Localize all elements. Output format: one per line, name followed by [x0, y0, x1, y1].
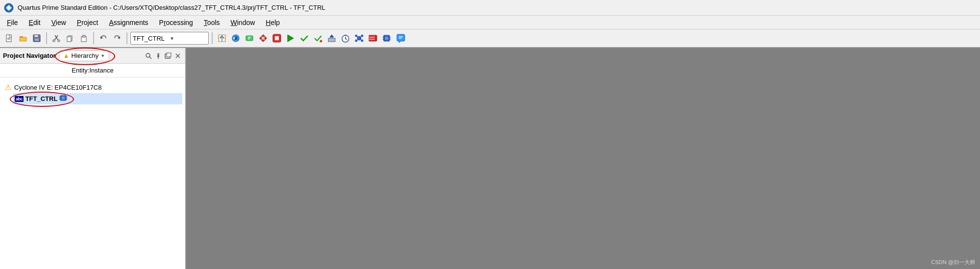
svg-point-1	[7, 6, 10, 9]
tree-content: ⚠ Cyclone IV E: EP4CE10F17C8 abc TFT_CTR…	[0, 77, 185, 269]
hierarchy-icon: ▲	[63, 52, 70, 59]
svg-rect-55	[390, 39, 391, 40]
svg-point-39	[361, 35, 363, 37]
menu-processing[interactable]: Processing	[154, 18, 198, 27]
svg-rect-7	[34, 35, 38, 37]
panel-header-icons	[144, 51, 182, 60]
menu-file[interactable]: File	[2, 18, 23, 27]
left-panel: Project Navigator ▲ Hierarchy ▼	[0, 48, 186, 269]
svg-rect-16	[82, 35, 85, 37]
menu-tools[interactable]: Tools	[199, 18, 225, 27]
svg-point-38	[355, 35, 357, 37]
tft-ctrl-wrapper: abc TFT_CTRL	[15, 95, 67, 103]
assembler-button[interactable]	[243, 32, 256, 45]
svg-rect-14	[67, 37, 71, 42]
svg-point-41	[361, 40, 363, 42]
svg-line-59	[149, 57, 151, 59]
check-button[interactable]	[298, 32, 311, 45]
svg-rect-31	[328, 38, 335, 42]
svg-rect-54	[390, 37, 391, 38]
ip-catalog-button[interactable]	[394, 32, 407, 45]
main-content: Project Navigator ▲ Hierarchy ▼	[0, 48, 980, 269]
dropdown-arrow-icon: ▼	[170, 36, 206, 41]
tft-ctrl-chip-icon	[59, 95, 67, 103]
new-file-button[interactable]	[3, 32, 16, 45]
separator-1	[46, 32, 47, 44]
menu-edit[interactable]: Edit	[24, 18, 46, 27]
menu-bar: File Edit View Project Assignments Proce…	[0, 16, 980, 29]
svg-marker-32	[330, 35, 334, 37]
analysis-synthesis-button[interactable]	[216, 32, 228, 45]
copy-button[interactable]	[64, 32, 76, 45]
svg-rect-69	[59, 97, 60, 98]
stop-button[interactable]	[270, 32, 283, 45]
save-file-button[interactable]	[30, 32, 43, 45]
svg-rect-52	[383, 37, 384, 38]
menu-project[interactable]: Project	[72, 18, 103, 27]
menu-window[interactable]: Window	[226, 18, 260, 27]
svg-rect-20	[246, 36, 253, 41]
panel-title: Project Navigator	[3, 52, 56, 59]
separator-3	[126, 32, 127, 44]
svg-point-40	[355, 40, 357, 42]
toolbar: TFT_CTRL ▼	[0, 29, 980, 48]
cut-button[interactable]	[50, 32, 63, 45]
menu-help[interactable]: Help	[261, 18, 285, 27]
project-name: TFT_CTRL	[133, 35, 170, 42]
window-title: Quartus Prime Standard Edition - C:/User…	[18, 4, 325, 11]
project-dropdown[interactable]: TFT_CTRL ▼	[130, 32, 209, 45]
redo-button[interactable]	[111, 32, 123, 45]
compile-button[interactable]	[284, 32, 297, 45]
search-icon[interactable]	[144, 51, 153, 60]
netlist-button[interactable]	[257, 32, 270, 45]
tree-item-cyclone[interactable]: ⚠ Cyclone IV E: EP4CE10F17C8	[3, 81, 182, 93]
svg-rect-68	[62, 97, 65, 99]
pin-icon[interactable]	[154, 51, 163, 60]
entity-instance-label: Entity:Instance	[72, 67, 113, 74]
timing-analyzer-button[interactable]	[339, 32, 352, 45]
cyclone-warning-icon: ⚠	[5, 83, 11, 92]
svg-point-12	[58, 40, 60, 42]
svg-rect-70	[59, 98, 60, 99]
hierarchy-label: Hierarchy	[72, 52, 99, 59]
svg-rect-36	[344, 35, 346, 36]
tft-ctrl-label: TFT_CTRL	[25, 95, 58, 102]
programmer-button[interactable]	[380, 32, 393, 45]
svg-rect-53	[383, 39, 384, 40]
svg-rect-51	[385, 37, 388, 40]
paste-button[interactable]	[77, 32, 90, 45]
abc-module-icon: abc	[15, 96, 24, 102]
svg-marker-49	[375, 35, 377, 41]
menu-view[interactable]: View	[47, 18, 71, 27]
svg-point-11	[53, 40, 55, 42]
restore-icon[interactable]	[164, 51, 172, 60]
export-button[interactable]	[325, 32, 338, 45]
title-bar: Quartus Prime Standard Edition - C:/User…	[0, 0, 980, 16]
menu-assignments[interactable]: Assignments	[104, 18, 153, 27]
right-panel	[186, 48, 980, 269]
hierarchy-tab[interactable]: ▲ Hierarchy ▼	[59, 50, 109, 61]
app-icon	[4, 3, 14, 13]
chip-planner-button[interactable]	[353, 32, 366, 45]
panel-header: Project Navigator ▲ Hierarchy ▼	[0, 48, 185, 64]
open-file-button[interactable]	[17, 32, 29, 45]
undo-button[interactable]	[97, 32, 110, 45]
svg-rect-64	[167, 53, 171, 57]
separator-2	[93, 32, 94, 44]
abort-button[interactable]	[312, 32, 324, 45]
separator-4	[212, 32, 213, 44]
cyclone-label: Cyclone IV E: EP4CE10F17C8	[14, 84, 101, 91]
svg-rect-27	[275, 36, 279, 40]
svg-rect-8	[34, 38, 39, 41]
svg-rect-72	[66, 98, 67, 99]
svg-point-58	[146, 53, 150, 57]
svg-marker-28	[288, 35, 294, 42]
entity-instance-header: Entity:Instance	[0, 64, 185, 77]
close-icon[interactable]	[173, 51, 182, 60]
signaltap-button[interactable]	[367, 32, 379, 45]
hierarchy-tab-wrapper: ▲ Hierarchy ▼	[59, 50, 109, 61]
hierarchy-dropdown-icon: ▼	[100, 53, 105, 58]
fitter-button[interactable]	[229, 32, 242, 45]
tree-item-tft-ctrl[interactable]: abc TFT_CTRL	[13, 93, 182, 104]
svg-rect-71	[66, 97, 67, 98]
